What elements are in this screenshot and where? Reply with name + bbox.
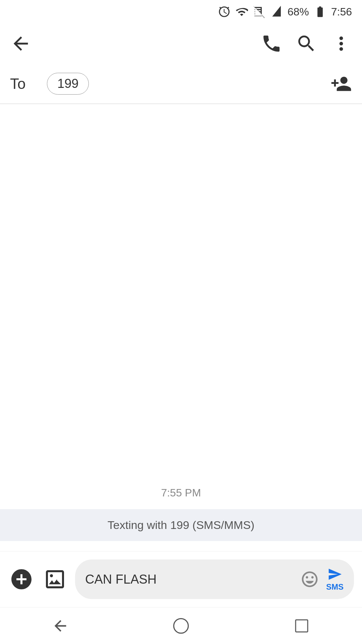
svg-point-0: [50, 574, 53, 577]
signal-icon: [253, 5, 265, 18]
app-bar-right: [261, 33, 352, 54]
message-input[interactable]: [85, 572, 294, 587]
add-image-button[interactable]: [42, 566, 68, 593]
time: 7:56: [331, 6, 352, 18]
nav-recent-button[interactable]: [285, 609, 318, 643]
battery-icon: [314, 5, 326, 18]
app-bar-left: [10, 33, 32, 54]
timestamp: 7:55 PM: [161, 487, 201, 499]
to-field: To 199: [0, 64, 362, 104]
svg-rect-2: [296, 620, 308, 632]
send-button[interactable]: SMS: [326, 567, 344, 592]
texting-banner-text: Texting with 199 (SMS/MMS): [108, 519, 254, 531]
input-area: SMS: [0, 551, 362, 607]
more-options-button[interactable]: [330, 33, 352, 54]
nav-bar: [0, 607, 362, 644]
to-label: To: [10, 75, 37, 92]
search-button[interactable]: [296, 33, 317, 54]
status-icons: 68% 7:56: [218, 5, 352, 18]
message-area: 7:55 PM Texting with 199 (SMS/MMS): [0, 104, 362, 551]
alarm-icon: [218, 5, 231, 18]
text-input-container: SMS: [75, 559, 354, 599]
phone-button[interactable]: [261, 33, 282, 54]
back-button[interactable]: [10, 33, 32, 54]
wifi-icon: [235, 5, 248, 18]
emoji-button[interactable]: [300, 570, 319, 589]
app-bar: [0, 23, 362, 64]
nav-home-button[interactable]: [164, 609, 198, 643]
nav-back-button[interactable]: [44, 609, 77, 643]
status-bar: 68% 7:56: [0, 0, 362, 23]
signal2-icon: [270, 5, 283, 18]
svg-point-1: [174, 619, 188, 633]
add-attachment-button[interactable]: [8, 566, 35, 593]
add-contact-button[interactable]: [330, 73, 352, 95]
recipient-chip[interactable]: 199: [47, 73, 89, 95]
texting-banner: Texting with 199 (SMS/MMS): [0, 509, 362, 541]
battery-percent: 68%: [288, 6, 309, 18]
send-label: SMS: [326, 582, 344, 592]
